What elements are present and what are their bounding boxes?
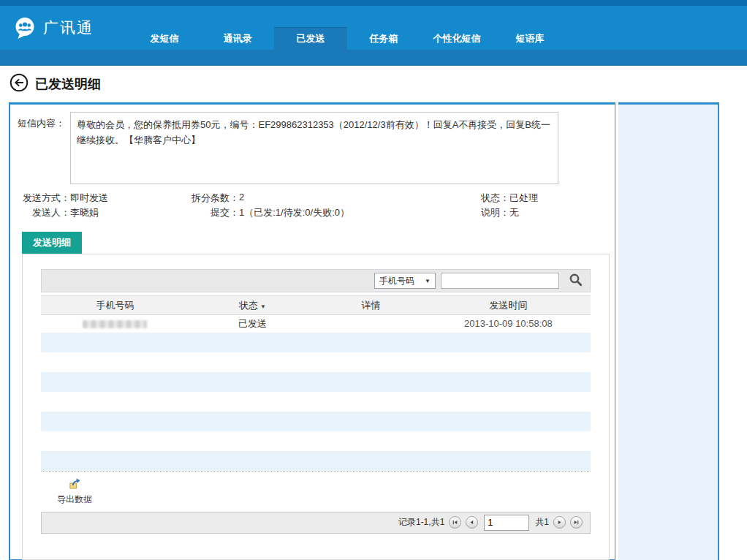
search-button[interactable] xyxy=(564,271,586,290)
export-data-label: 导出数据 xyxy=(57,493,92,506)
brand-name: 广讯通 xyxy=(43,18,94,38)
send-method-value: 即时发送 xyxy=(70,192,108,205)
search-category-value: 手机号码 xyxy=(379,275,414,287)
col-header-detail[interactable]: 详情 xyxy=(316,296,426,315)
empty-table-row xyxy=(41,392,591,412)
sms-content-box[interactable]: 尊敬的会员，您的保养抵用券50元，编号：EF299862312353（2012/… xyxy=(70,112,558,184)
prev-page-button[interactable] xyxy=(466,516,478,529)
col-header-send-time[interactable]: 发送时间 xyxy=(426,296,591,315)
detail-table-widget: 手机号码 ▼ xyxy=(41,269,591,534)
col-header-status[interactable]: 状态▼ xyxy=(189,296,316,315)
page-title-row: 已发送明细 xyxy=(0,66,747,102)
row-send-time: 2013-10-09 10:58:08 xyxy=(426,315,591,333)
row-detail xyxy=(316,315,426,333)
meta-row-2: 发送人： 李晓娟 提交： 1（已发:1/待发:0/失败:0） 说明： 无 xyxy=(10,205,615,220)
export-icon xyxy=(69,477,81,491)
status-label: 状态： xyxy=(474,192,509,205)
header-bottom-strip xyxy=(0,50,747,66)
main-nav: 发短信 通讯录 已发送 任务箱 个性化短信 短语库 xyxy=(128,27,566,50)
sender-value: 李晓娟 xyxy=(70,206,99,219)
nav-item-phrase-library[interactable]: 短语库 xyxy=(493,27,566,50)
search-input[interactable] xyxy=(441,273,559,289)
empty-table-row xyxy=(41,431,591,451)
last-page-button[interactable] xyxy=(570,516,583,529)
table-row[interactable]: 已发送 2013-10-09 10:58:08 xyxy=(41,315,591,333)
brand-bubble-icon xyxy=(13,16,37,39)
message-meta: 发送方式： 即时发送 拆分条数： 2 状态： 已处理 发送人： 李晓娟 xyxy=(10,191,615,220)
nav-item-contacts[interactable]: 通讯录 xyxy=(201,27,274,50)
tab-send-detail[interactable]: 发送明细 xyxy=(22,232,82,254)
first-page-button[interactable] xyxy=(449,516,461,529)
sort-down-icon: ▼ xyxy=(260,303,266,310)
sender-label: 发送人： xyxy=(10,206,70,219)
header-top-strip xyxy=(0,0,747,6)
meta-row-1: 发送方式： 即时发送 拆分条数： 2 状态： 已处理 xyxy=(10,191,615,205)
right-side-panel xyxy=(618,102,719,560)
search-icon xyxy=(569,273,583,289)
empty-table-row xyxy=(41,352,591,372)
send-detail-panel: 手机号码 ▼ xyxy=(22,254,610,560)
status-value: 已处理 xyxy=(509,192,538,205)
phone-number-redacted xyxy=(83,320,147,328)
nav-item-task-box[interactable]: 任务箱 xyxy=(347,27,420,50)
header-bar: 广讯通 发短信 通讯录 已发送 任务箱 个性化短信 短语库 xyxy=(0,6,747,50)
export-data-button[interactable]: 导出数据 xyxy=(53,476,96,507)
row-status: 已发送 xyxy=(189,315,316,333)
export-row: 导出数据 xyxy=(41,471,591,512)
record-summary: 记录1-1,共1 xyxy=(398,516,444,529)
split-count-value: 2 xyxy=(239,192,244,205)
search-bar: 手机号码 ▼ xyxy=(41,269,591,292)
back-icon[interactable] xyxy=(10,73,29,95)
sms-content-row: 短信内容： 尊敬的会员，您的保养抵用券50元，编号：EF299862312353… xyxy=(10,112,615,184)
split-count-label: 拆分条数： xyxy=(182,192,239,205)
table-header-row: 手机号码 状态▼ 详情 发送时间 xyxy=(41,296,591,315)
page-number-input[interactable] xyxy=(484,515,529,531)
sms-content-label: 短信内容： xyxy=(18,112,70,184)
nav-item-personalized-sms[interactable]: 个性化短信 xyxy=(420,27,493,50)
pagination-bar: 记录1-1,共1 共1 xyxy=(41,512,591,534)
empty-table-row xyxy=(41,412,591,431)
empty-table-row xyxy=(41,451,591,471)
search-category-select[interactable]: 手机号码 ▼ xyxy=(374,273,436,289)
send-method-label: 发送方式： xyxy=(10,192,70,205)
note-value: 无 xyxy=(509,206,519,219)
note-label: 说明： xyxy=(474,206,509,219)
main-panel: 短信内容： 尊敬的会员，您的保养抵用券50元，编号：EF299862312353… xyxy=(9,102,615,560)
next-page-button[interactable] xyxy=(553,516,566,529)
detail-table: 手机号码 状态▼ 详情 发送时间 已发送 2013-10-09 10:58:08 xyxy=(41,295,591,471)
submit-value: 1（已发:1/待发:0/失败:0） xyxy=(239,206,349,219)
empty-table-row xyxy=(41,333,591,352)
col-header-phone[interactable]: 手机号码 xyxy=(41,296,189,315)
app-logo: 广讯通 xyxy=(13,16,94,39)
nav-item-sent[interactable]: 已发送 xyxy=(274,27,347,50)
chevron-down-icon: ▼ xyxy=(425,278,431,284)
total-pages-label: 共1 xyxy=(535,516,549,529)
empty-table-row xyxy=(41,372,591,392)
nav-item-send-sms[interactable]: 发短信 xyxy=(128,27,201,50)
page-title: 已发送明细 xyxy=(35,75,101,93)
submit-label: 提交： xyxy=(182,206,239,219)
app-header: 广讯通 发短信 通讯录 已发送 任务箱 个性化短信 短语库 xyxy=(0,0,747,66)
content-area: 短信内容： 尊敬的会员，您的保养抵用券50元，编号：EF299862312353… xyxy=(0,102,747,560)
